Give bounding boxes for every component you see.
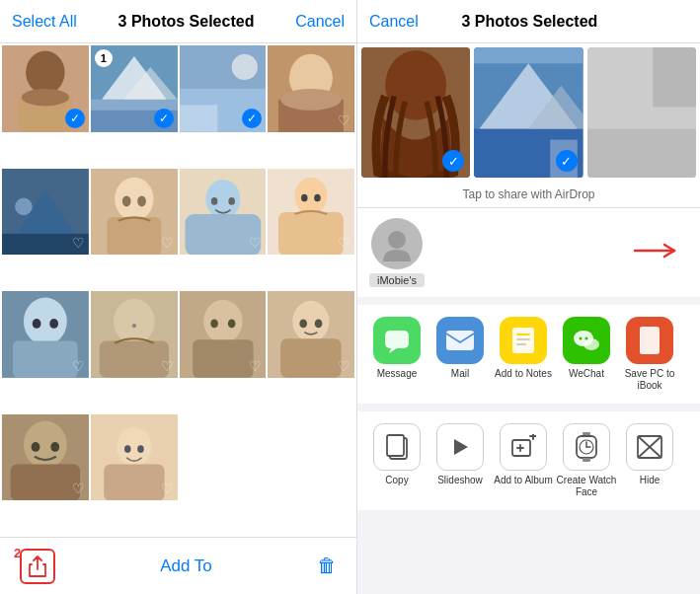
right-cancel-button[interactable]: Cancel: [369, 13, 419, 31]
svg-rect-52: [280, 338, 341, 377]
svg-point-37: [24, 298, 67, 345]
right-header-title: 3 Photos Selected: [461, 13, 597, 31]
airdrop-row: iMobie's: [357, 208, 700, 305]
notes-icon: [500, 317, 547, 364]
svg-point-34: [301, 193, 308, 201]
svg-point-64: [137, 445, 144, 453]
photo-cell[interactable]: ♡: [2, 291, 89, 378]
add-to-button[interactable]: Add To: [160, 557, 212, 576]
svg-point-11: [231, 54, 257, 80]
photo-cell[interactable]: ♡ ✓ 1: [91, 45, 178, 132]
action-add-album[interactable]: Add to Album: [492, 423, 555, 498]
left-cancel-button[interactable]: Cancel: [295, 13, 345, 31]
trash-button[interactable]: 🗑: [317, 555, 337, 577]
wechat-icon: [563, 317, 610, 364]
svg-rect-99: [583, 458, 590, 462]
svg-point-76: [388, 231, 406, 249]
svg-point-59: [50, 441, 59, 451]
svg-rect-12: [180, 105, 217, 131]
svg-rect-57: [11, 464, 80, 500]
svg-point-51: [292, 301, 329, 342]
share-actions-row: Copy Slideshow Add to Album: [357, 411, 700, 510]
message-icon: [373, 317, 421, 364]
action-copy[interactable]: Copy: [365, 423, 428, 498]
photo-cell[interactable]: ♡ ✓: [180, 45, 267, 132]
photo-cell[interactable]: ♡: [180, 169, 267, 256]
svg-point-3: [22, 89, 69, 107]
airdrop-avatar: [371, 218, 423, 269]
copy-label: Copy: [385, 475, 408, 486]
svg-point-58: [32, 441, 40, 451]
mail-label: Mail: [451, 368, 469, 380]
heart-icon: ♡: [161, 481, 174, 496]
share-app-message[interactable]: Message: [365, 317, 428, 392]
airdrop-hint: Tap to share with AirDrop: [357, 182, 700, 208]
svg-rect-74: [653, 47, 696, 107]
share-app-mail[interactable]: Mail: [428, 317, 492, 392]
heart-icon: ♡: [72, 358, 85, 374]
photo-cell[interactable]: ♡: [91, 291, 178, 378]
svg-point-22: [115, 177, 153, 220]
watch-face-label: Create Watch Face: [555, 475, 618, 498]
copy-icon: [373, 423, 421, 471]
airdrop-person[interactable]: iMobie's: [369, 218, 425, 287]
wechat-app-icon: [572, 327, 601, 354]
selected-check: ✓: [556, 150, 578, 172]
heart-icon: ♡: [338, 112, 350, 128]
share-app-wechat[interactable]: WeChat: [555, 317, 618, 392]
svg-rect-80: [516, 334, 530, 335]
number-badge: 1: [95, 49, 113, 67]
action-hide[interactable]: Hide: [618, 423, 681, 498]
svg-rect-47: [193, 339, 253, 377]
heart-icon: ♡: [338, 235, 350, 251]
photo-cell[interactable]: ♡ ✓: [2, 45, 89, 132]
svg-marker-91: [454, 439, 468, 455]
photo-cell[interactable]: ♡: [268, 169, 354, 256]
svg-point-84: [583, 338, 599, 350]
add-album-icon: [500, 423, 547, 471]
svg-point-63: [124, 445, 131, 453]
mail-icon: [436, 317, 484, 364]
photo-cell[interactable]: ♡: [2, 169, 89, 256]
share-app-notes[interactable]: Add to Notes: [492, 317, 555, 392]
svg-point-30: [228, 197, 235, 205]
airdrop-hint-text: Tap to share with AirDrop: [462, 187, 594, 201]
svg-point-42: [114, 299, 155, 344]
photo-cell[interactable]: ♡: [91, 169, 178, 256]
share-button[interactable]: [20, 549, 55, 584]
photo-cell[interactable]: ♡: [91, 414, 178, 501]
action-slideshow[interactable]: Slideshow: [428, 423, 492, 498]
selected-photo-3[interactable]: [587, 47, 696, 178]
slideshow-icon: [436, 423, 484, 471]
ibooks-label: Save PC to iBook: [618, 368, 681, 392]
slideshow-icon-svg: [448, 435, 472, 459]
check-badge: ✓: [242, 109, 262, 128]
share-app-ibooks[interactable]: Save PC to iBook: [618, 317, 681, 392]
watch-face-icon-svg: [575, 432, 598, 462]
add-album-label: Add to Album: [494, 475, 552, 486]
left-toolbar: 2 Add To 🗑: [0, 537, 356, 594]
notes-app-icon: [509, 326, 537, 355]
svg-point-39: [33, 319, 41, 329]
message-label: Message: [377, 368, 418, 380]
arrow-indicator: [625, 236, 684, 269]
photo-cell[interactable]: ♡: [180, 291, 267, 378]
photo-cell[interactable]: ♡: [268, 291, 354, 378]
svg-point-46: [203, 300, 242, 343]
svg-rect-23: [107, 217, 161, 255]
selected-photo-2[interactable]: ✓: [474, 47, 583, 178]
airdrop-name: iMobie's: [369, 273, 425, 287]
heart-icon: ♡: [161, 235, 174, 251]
heart-icon: ♡: [249, 358, 262, 374]
action-watch-face[interactable]: Create Watch Face: [555, 423, 618, 498]
svg-rect-78: [446, 331, 474, 350]
select-all-button[interactable]: Select All: [12, 13, 77, 31]
message-app-icon: [383, 327, 411, 354]
photo-cell[interactable]: ♡: [2, 414, 89, 501]
ibooks-icon: [626, 317, 673, 364]
selected-photo-1[interactable]: ✓: [361, 47, 470, 178]
svg-rect-90: [387, 435, 404, 456]
svg-point-44: [131, 324, 135, 328]
photo-cell[interactable]: ♡: [268, 45, 354, 132]
svg-point-25: [137, 195, 146, 206]
